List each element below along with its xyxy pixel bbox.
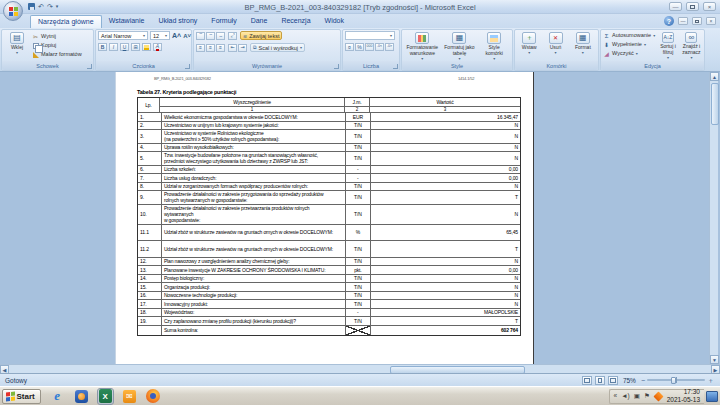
cell-value: 0,00 bbox=[371, 266, 520, 274]
autosum-button[interactable]: ΣAutosumowanie▾ bbox=[603, 32, 655, 39]
fill-color-icon[interactable] bbox=[142, 43, 151, 51]
fill-icon: ⬇ bbox=[603, 41, 610, 48]
font-color-icon[interactable]: A bbox=[153, 43, 162, 51]
volume-icon[interactable]: ◄) bbox=[621, 393, 630, 400]
horizontal-scrollbar[interactable]: ◀ ▶ bbox=[0, 364, 720, 373]
align-left-icon[interactable]: ≡ bbox=[196, 44, 205, 52]
clipboard-dialog-launcher[interactable] bbox=[87, 64, 92, 69]
comma-style-icon[interactable]: 000 bbox=[365, 43, 374, 51]
decrease-decimal-icon[interactable]: .0˃ bbox=[385, 43, 394, 51]
hidden-icons-button[interactable]: « bbox=[614, 393, 618, 400]
minimize-button[interactable]: — bbox=[669, 2, 682, 11]
number-dialog-launcher[interactable] bbox=[393, 64, 398, 69]
group-label-cells: Komórki bbox=[515, 61, 598, 70]
media-player-icon[interactable] bbox=[74, 389, 89, 404]
percent-style-icon[interactable]: % bbox=[355, 43, 364, 51]
delete-cells-button[interactable]: ✕ Usuń▾ bbox=[543, 31, 567, 56]
cell-styles-button[interactable]: Style komórki▾ bbox=[478, 31, 510, 62]
paste-button[interactable]: ▤ Wklej ▾ bbox=[4, 31, 30, 56]
cut-button[interactable]: ✂Wytnij bbox=[32, 33, 82, 40]
cell-styles-icon bbox=[487, 32, 501, 44]
ribbon-tab-row: Narzędzia główneWstawianieUkład stronyFo… bbox=[0, 14, 720, 28]
antivirus-icon[interactable] bbox=[653, 391, 663, 401]
grow-font-icon[interactable]: A˄ bbox=[172, 32, 181, 39]
book-restore-button[interactable] bbox=[692, 17, 702, 25]
cell-value: 65,45 bbox=[371, 225, 520, 241]
clear-button[interactable]: ◢Wyczyść▾ bbox=[603, 50, 655, 57]
scroll-up-icon[interactable]: ▲ bbox=[710, 72, 719, 81]
cell-description: Uczestnictwo w unijnym lub krajowym syst… bbox=[162, 122, 346, 130]
font-dialog-launcher[interactable] bbox=[185, 64, 190, 69]
close-button[interactable]: × bbox=[703, 2, 716, 11]
tab-dane[interactable]: Dane bbox=[244, 15, 275, 28]
increase-decimal-icon[interactable]: .0˂ bbox=[375, 43, 384, 51]
conditional-formatting-icon bbox=[415, 32, 429, 44]
copy-button[interactable]: Kopiuj bbox=[32, 42, 82, 49]
vertical-scrollbar[interactable]: ▲ ▼ bbox=[709, 72, 718, 364]
insert-cells-button[interactable]: ＋ Wstaw▾ bbox=[517, 31, 541, 56]
number-format-combo[interactable]: ▾ bbox=[345, 31, 395, 40]
excel-taskbar-icon[interactable]: X bbox=[98, 389, 113, 404]
align-bottom-icon[interactable]: ⠤ bbox=[216, 32, 225, 40]
shrink-font-icon[interactable]: A˅ bbox=[183, 33, 191, 39]
page-layout-view-button[interactable] bbox=[595, 376, 605, 385]
tab-formuły[interactable]: Formuły bbox=[204, 15, 243, 28]
tab-narzędzia-główne[interactable]: Narzędzia główne bbox=[30, 15, 102, 28]
firefox-icon[interactable] bbox=[146, 389, 161, 404]
scroll-down-icon[interactable]: ▼ bbox=[710, 355, 719, 364]
action-center-flag-icon[interactable]: ⚑ bbox=[644, 393, 650, 400]
book-close-button[interactable]: × bbox=[706, 17, 716, 25]
help-icon[interactable]: ? bbox=[664, 16, 674, 26]
decrease-indent-icon[interactable]: ⇤ bbox=[228, 44, 237, 52]
align-middle-icon[interactable]: ⠒ bbox=[206, 32, 215, 40]
alignment-dialog-launcher[interactable] bbox=[334, 64, 339, 69]
zoom-slider[interactable]: − ＋ bbox=[641, 377, 714, 384]
network-icon[interactable]: ▣ bbox=[634, 393, 640, 400]
conditional-formatting-button[interactable]: Formatowanie warunkowe▾ bbox=[404, 31, 441, 62]
merge-center-button[interactable]: ⧉ Scal i wyśrodkuj ▾ bbox=[250, 43, 305, 52]
taskbar-clock[interactable]: 17:30 2021-05-13 bbox=[667, 388, 700, 404]
normal-view-button[interactable] bbox=[582, 376, 592, 385]
align-right-icon[interactable]: ≡ bbox=[216, 44, 225, 52]
zoom-level[interactable]: 75% bbox=[623, 377, 636, 384]
sort-filter-button[interactable]: A↓Z Sortuj i filtruj▾ bbox=[658, 31, 678, 61]
bold-button[interactable]: B bbox=[98, 43, 107, 51]
book-minimize-button[interactable]: — bbox=[678, 17, 688, 25]
borders-icon[interactable]: ⊞ bbox=[131, 43, 140, 51]
format-cells-button[interactable]: ▦ Format▾ bbox=[570, 31, 596, 56]
zoom-slider-thumb[interactable] bbox=[671, 377, 676, 384]
office-button[interactable] bbox=[3, 1, 23, 21]
tab-recenzja[interactable]: Recenzja bbox=[274, 15, 317, 28]
show-desktop-button[interactable] bbox=[706, 391, 718, 402]
format-as-table-button[interactable]: ▦ Formatuj jako tabelę▾ bbox=[442, 31, 478, 62]
restore-button[interactable] bbox=[686, 2, 699, 11]
mail-icon[interactable]: ✉ bbox=[122, 389, 137, 404]
internet-explorer-icon[interactable]: e bbox=[50, 389, 65, 404]
table-row: 13.Planowane inwestycje W ZAKRESIE OCHRO… bbox=[138, 265, 520, 274]
align-top-icon[interactable]: ⠉ bbox=[196, 32, 205, 40]
zoom-in-icon[interactable]: ＋ bbox=[707, 377, 714, 384]
wrap-text-button[interactable]: ≋ Zawijaj tekst bbox=[240, 31, 282, 40]
align-center-icon[interactable]: ≡ bbox=[206, 44, 215, 52]
increase-indent-icon[interactable]: ⇥ bbox=[238, 44, 247, 52]
start-button[interactable]: Start bbox=[2, 389, 41, 404]
find-select-button[interactable]: ∞ Znajdź i zaznacz▾ bbox=[681, 31, 702, 61]
tab-widok[interactable]: Widok bbox=[318, 15, 351, 28]
fill-button[interactable]: ⬇Wypełnienie▾ bbox=[603, 41, 655, 48]
tab-układ-strony[interactable]: Układ strony bbox=[151, 15, 204, 28]
cell-lp: 7. bbox=[138, 174, 162, 182]
vertical-scroll-thumb[interactable] bbox=[711, 83, 719, 125]
tab-wstawianie[interactable]: Wstawianie bbox=[102, 15, 152, 28]
accounting-format-icon[interactable]: ¤ bbox=[345, 43, 354, 51]
font-name-combo[interactable]: Arial Narrow▾ bbox=[98, 31, 148, 40]
font-size-combo[interactable]: 12▾ bbox=[150, 31, 170, 40]
zoom-out-icon[interactable]: − bbox=[641, 377, 645, 384]
worksheet-page[interactable]: BP_RMG_B-2021_003-840329182 1414-1/52 Ta… bbox=[115, 72, 534, 364]
cell-description: Udział w zorganizowanych formach współpr… bbox=[162, 183, 346, 191]
cell-description: Organizacja produkcji: bbox=[162, 283, 346, 291]
page-break-view-button[interactable] bbox=[608, 376, 618, 385]
cell-lp: 8. bbox=[138, 183, 162, 191]
orientation-icon[interactable]: ⤢ bbox=[228, 32, 237, 40]
italic-button[interactable]: I bbox=[109, 43, 118, 51]
underline-button[interactable]: U bbox=[120, 43, 129, 51]
